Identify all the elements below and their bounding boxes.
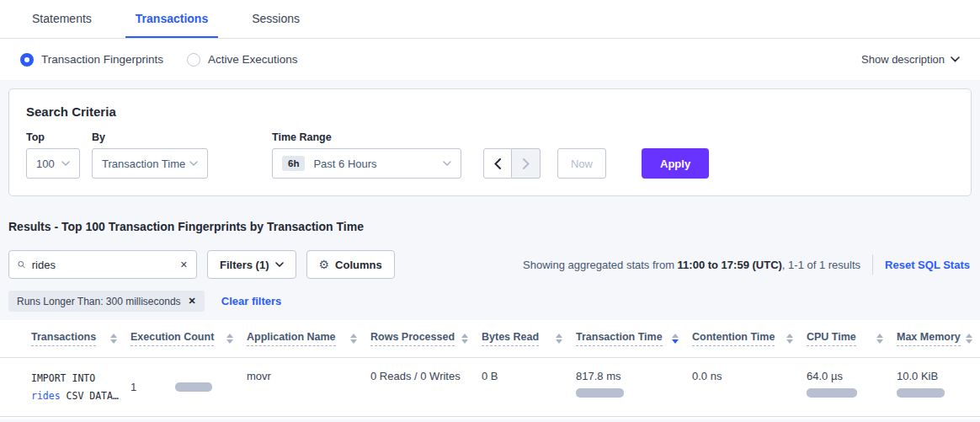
top-select-value: 100 — [36, 158, 61, 170]
chevron-left-icon — [494, 158, 501, 169]
showing-prefix: Showing aggregated stats from — [523, 259, 678, 271]
show-description-toggle[interactable]: Show description — [861, 53, 960, 66]
clear-filters-link[interactable]: Clear filters — [221, 295, 282, 307]
view-mode-bar: Transaction Fingerprints Active Executio… — [0, 39, 980, 80]
radio-label: Transaction Fingerprints — [41, 53, 163, 66]
table-header-row: Transactions Execution Count Application… — [0, 320, 980, 358]
radio-active-executions[interactable]: Active Executions — [187, 53, 298, 67]
execution-count-value: 1 — [130, 381, 136, 393]
by-field: By Transaction Time — [92, 131, 208, 179]
showing-time-range: 11:00 to 17:59 (UTC) — [678, 259, 782, 271]
transaction-time-bar — [576, 388, 624, 398]
column-label: Execution Count — [130, 331, 214, 346]
transactions-table: Transactions Execution Count Application… — [0, 320, 980, 419]
column-header-transactions[interactable]: Transactions — [31, 320, 130, 357]
execution-count-bar — [175, 382, 212, 392]
columns-button[interactable]: ⚙ Columns — [306, 250, 395, 279]
rows-processed-cell: 0 Reads / 0 Writes — [370, 358, 482, 416]
time-range-select[interactable]: 6h Past 6 Hours — [272, 148, 461, 179]
by-label: By — [92, 131, 208, 143]
execution-count-cell: 1 — [130, 358, 247, 416]
search-icon — [18, 259, 25, 270]
column-header-contention-time[interactable]: Contention Time — [692, 320, 807, 357]
statement-keyword: rides — [31, 390, 61, 402]
now-button[interactable]: Now — [557, 148, 606, 179]
cpu-time-value: 64.0 µs — [807, 370, 883, 382]
time-range-badge: 6h — [282, 156, 305, 171]
remove-filter-icon[interactable]: ✕ — [189, 296, 196, 307]
radio-label: Active Executions — [208, 53, 298, 66]
top-field: Top 100 — [26, 131, 80, 179]
next-time-window-button[interactable] — [512, 148, 541, 179]
time-range-label: Time Range — [272, 131, 461, 143]
sort-icons — [876, 334, 883, 344]
column-header-execution-count[interactable]: Execution Count — [130, 320, 247, 357]
column-header-cpu-time[interactable]: CPU Time — [807, 320, 897, 357]
column-label: CPU Time — [807, 331, 856, 346]
statement-line-1: IMPORT INTO — [31, 370, 117, 387]
filters-button[interactable]: Filters (1) — [207, 250, 296, 279]
chevron-down-icon — [275, 262, 284, 267]
column-header-max-memory[interactable]: Max Memory — [897, 320, 980, 357]
statement-line-2: rides CSV DATA… — [31, 387, 117, 405]
tab-transactions[interactable]: Transactions — [125, 12, 218, 38]
column-label: Transaction Time — [576, 331, 663, 346]
sort-icons — [786, 334, 793, 344]
filters-button-label: Filters (1) — [220, 259, 269, 271]
chevron-right-icon — [523, 158, 530, 169]
by-select-value: Transaction Time — [102, 158, 189, 170]
time-range-field: Time Range 6h Past 6 Hours — [272, 131, 461, 179]
active-filters-row: Runs Longer Than: 300 milliseconds ✕ Cle… — [8, 291, 972, 312]
tab-statements[interactable]: Statements — [22, 12, 102, 38]
search-criteria-title: Search Criteria — [26, 104, 954, 119]
radio-transaction-fingerprints[interactable]: Transaction Fingerprints — [20, 53, 163, 67]
column-header-rows-processed[interactable]: Rows Processed — [370, 320, 482, 357]
bytes-read-cell: 0 B — [482, 358, 576, 416]
results-controls: ✕ Filters (1) ⚙ Columns Showing aggregat… — [8, 250, 972, 279]
previous-time-window-button[interactable] — [483, 148, 512, 179]
gear-icon: ⚙ — [319, 258, 330, 271]
cpu-time-bar — [807, 388, 857, 398]
by-select[interactable]: Transaction Time — [92, 148, 208, 179]
chevron-down-icon — [951, 56, 960, 62]
column-header-bytes-read[interactable]: Bytes Read — [482, 320, 576, 357]
sort-icons — [461, 334, 468, 344]
reset-sql-stats-link[interactable]: Reset SQL Stats — [885, 259, 972, 271]
columns-button-label: Columns — [335, 259, 382, 271]
sort-icons — [226, 334, 233, 344]
results-heading: Results - Top 100 Transaction Fingerprin… — [8, 220, 972, 233]
table-row: IMPORT INTO rides CSV DATA… 1 movr 0 Rea… — [0, 358, 980, 417]
tab-sessions[interactable]: Sessions — [242, 12, 310, 38]
sort-icons — [556, 334, 562, 344]
column-header-application-name[interactable]: Application Name — [247, 320, 370, 357]
sql-activity-tabs: Statements Transactions Sessions — [0, 0, 980, 39]
chevron-down-icon — [61, 161, 70, 166]
sort-icons-active-desc — [672, 334, 679, 344]
top-select[interactable]: 100 — [26, 148, 80, 179]
application-name-cell: movr — [247, 358, 370, 416]
radio-unselected-icon — [187, 53, 200, 67]
sort-icons — [110, 334, 117, 344]
search-criteria-card: Search Criteria Top 100 By Transaction T… — [8, 88, 972, 196]
time-range-value: Past 6 Hours — [313, 158, 443, 170]
radio-selected-icon — [20, 53, 34, 67]
chevron-down-icon — [189, 161, 198, 166]
column-label: Bytes Read — [482, 331, 539, 346]
cpu-time-cell: 64.0 µs — [807, 358, 897, 416]
results-search-box: ✕ — [8, 250, 197, 279]
search-input[interactable] — [32, 259, 180, 271]
filter-chip-runs-longer-than: Runs Longer Than: 300 milliseconds ✕ — [8, 291, 205, 312]
statement-line-2-rest: CSV DATA… — [61, 390, 119, 402]
showing-stats-text: Showing aggregated stats from 11:00 to 1… — [523, 254, 972, 275]
column-header-transaction-time[interactable]: Transaction Time — [576, 320, 692, 357]
contention-time-cell: 0.0 ns — [692, 358, 807, 416]
column-label: Transactions — [31, 331, 96, 346]
apply-button[interactable]: Apply — [642, 148, 709, 179]
show-description-label: Show description — [861, 53, 945, 66]
chevron-down-icon — [443, 161, 451, 166]
clear-search-icon[interactable]: ✕ — [180, 259, 188, 270]
transaction-fingerprint-link[interactable]: IMPORT INTO rides CSV DATA… — [31, 358, 130, 416]
sort-icons — [350, 334, 357, 344]
column-label: Application Name — [247, 331, 336, 346]
max-memory-cell: 10.0 KiB — [897, 358, 980, 416]
